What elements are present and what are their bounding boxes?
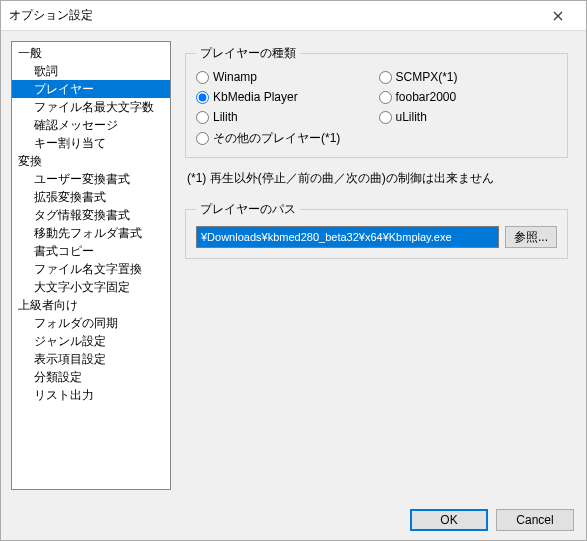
tree-item[interactable]: ユーザー変換書式 <box>12 170 170 188</box>
player-type-label: uLilith <box>396 110 427 124</box>
player-type-radio[interactable] <box>196 111 209 124</box>
player-type-option[interactable]: foobar2000 <box>379 90 558 104</box>
dialog-body: 一般歌詞プレイヤーファイル名最大文字数確認メッセージキー割り当て変換ユーザー変換… <box>1 31 586 500</box>
tree-item[interactable]: 移動先フォルダ書式 <box>12 224 170 242</box>
player-path-input[interactable] <box>196 226 499 248</box>
tree-item[interactable]: ジャンル設定 <box>12 332 170 350</box>
player-type-option[interactable]: uLilith <box>379 110 558 124</box>
player-type-label: foobar2000 <box>396 90 457 104</box>
titlebar: オプション設定 <box>1 1 586 31</box>
category-tree[interactable]: 一般歌詞プレイヤーファイル名最大文字数確認メッセージキー割り当て変換ユーザー変換… <box>11 41 171 490</box>
browse-button[interactable]: 参照... <box>505 226 557 248</box>
tree-item[interactable]: 歌詞 <box>12 62 170 80</box>
close-button[interactable] <box>538 2 578 30</box>
player-type-radio[interactable] <box>379 111 392 124</box>
tree-item[interactable]: キー割り当て <box>12 134 170 152</box>
tree-item[interactable]: 分類設定 <box>12 368 170 386</box>
player-type-radio[interactable] <box>379 71 392 84</box>
player-path-group: プレイヤーのパス 参照... <box>185 201 568 259</box>
settings-panel: プレイヤーの種類 WinampSCMPX(*1)KbMedia Playerfo… <box>181 41 576 490</box>
player-path-legend: プレイヤーのパス <box>196 201 300 218</box>
player-type-radio[interactable] <box>379 91 392 104</box>
player-type-label: その他のプレイヤー(*1) <box>213 130 340 147</box>
tree-item[interactable]: リスト出力 <box>12 386 170 404</box>
cancel-button[interactable]: Cancel <box>496 509 574 531</box>
player-type-option[interactable]: その他のプレイヤー(*1) <box>196 130 375 147</box>
tree-item[interactable]: フォルダの同期 <box>12 314 170 332</box>
player-path-row: 参照... <box>196 226 557 248</box>
tree-group[interactable]: 変換 <box>12 152 170 170</box>
player-type-note: (*1) 再生以外(停止／前の曲／次の曲)の制御は出来ません <box>187 170 566 187</box>
tree-item[interactable]: プレイヤー <box>12 80 170 98</box>
tree-item[interactable]: ファイル名文字置換 <box>12 260 170 278</box>
window-title: オプション設定 <box>9 7 538 24</box>
player-type-option[interactable]: KbMedia Player <box>196 90 375 104</box>
tree-item[interactable]: ファイル名最大文字数 <box>12 98 170 116</box>
tree-item[interactable]: 大文字小文字固定 <box>12 278 170 296</box>
player-type-label: Winamp <box>213 70 257 84</box>
player-type-group: プレイヤーの種類 WinampSCMPX(*1)KbMedia Playerfo… <box>185 45 568 158</box>
close-icon <box>553 11 563 21</box>
tree-item[interactable]: 表示項目設定 <box>12 350 170 368</box>
tree-item[interactable]: 確認メッセージ <box>12 116 170 134</box>
player-type-radio[interactable] <box>196 91 209 104</box>
player-type-radio[interactable] <box>196 132 209 145</box>
player-type-label: SCMPX(*1) <box>396 70 458 84</box>
tree-group[interactable]: 一般 <box>12 44 170 62</box>
player-type-option[interactable]: Lilith <box>196 110 375 124</box>
dialog-window: オプション設定 一般歌詞プレイヤーファイル名最大文字数確認メッセージキー割り当て… <box>0 0 587 541</box>
tree-item[interactable]: 書式コピー <box>12 242 170 260</box>
player-type-legend: プレイヤーの種類 <box>196 45 300 62</box>
player-type-option[interactable]: SCMPX(*1) <box>379 70 558 84</box>
player-type-radio[interactable] <box>196 71 209 84</box>
player-type-label: Lilith <box>213 110 238 124</box>
player-type-option[interactable]: Winamp <box>196 70 375 84</box>
tree-item[interactable]: 拡張変換書式 <box>12 188 170 206</box>
ok-button[interactable]: OK <box>410 509 488 531</box>
tree-group[interactable]: 上級者向け <box>12 296 170 314</box>
dialog-footer: OK Cancel <box>1 500 586 540</box>
tree-item[interactable]: タグ情報変換書式 <box>12 206 170 224</box>
player-type-radios: WinampSCMPX(*1)KbMedia Playerfoobar2000L… <box>196 70 557 147</box>
player-type-label: KbMedia Player <box>213 90 298 104</box>
